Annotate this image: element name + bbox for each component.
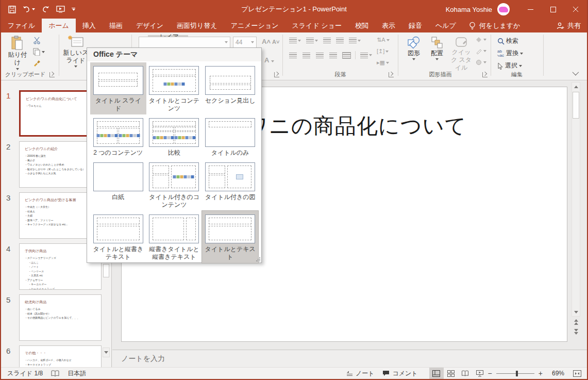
tab-home[interactable]: ホーム bbox=[42, 19, 76, 32]
tell-me-box[interactable]: 何をしますか bbox=[463, 19, 527, 32]
view-reading-icon[interactable] bbox=[458, 368, 473, 379]
zoom-slider[interactable] bbox=[496, 373, 534, 374]
notes-pane[interactable]: ノートを入力 bbox=[112, 350, 587, 367]
line-spacing-icon[interactable] bbox=[348, 37, 362, 44]
undo-dropdown-icon[interactable] bbox=[32, 8, 35, 10]
numbering-icon[interactable] bbox=[305, 37, 319, 44]
view-sorter-icon[interactable] bbox=[444, 368, 458, 379]
tab-draw[interactable]: 描画 bbox=[103, 19, 129, 32]
smartart-convert-icon[interactable]: ▸▦ bbox=[376, 58, 391, 67]
copy-icon[interactable] bbox=[33, 48, 45, 56]
shrink-font-icon[interactable]: A˅ bbox=[272, 39, 279, 45]
format-painter-icon[interactable] bbox=[33, 59, 45, 67]
align-center-icon[interactable] bbox=[301, 52, 311, 59]
proofing-icon[interactable] bbox=[47, 368, 63, 379]
shape-outline-icon[interactable] bbox=[475, 47, 488, 55]
scroll-down-button[interactable] bbox=[572, 308, 580, 316]
layout-option[interactable]: 白紙 bbox=[90, 159, 146, 211]
align-text-icon[interactable]: [↥] bbox=[376, 47, 391, 56]
increase-indent-icon[interactable] bbox=[335, 37, 345, 44]
paste-button[interactable]: 貼り付け bbox=[5, 36, 30, 70]
drawing-dialog-launcher[interactable] bbox=[482, 72, 488, 77]
clipboard-dialog-launcher[interactable] bbox=[49, 72, 55, 77]
quick-styles-button[interactable]: クイック スタイル bbox=[449, 36, 474, 72]
grow-font-icon[interactable]: A˄ bbox=[262, 38, 271, 45]
new-slide-button[interactable]: 新しいスライド bbox=[62, 36, 90, 68]
layout-option[interactable]: 比較 bbox=[146, 114, 203, 159]
tab-transitions[interactable]: 画面切り替え bbox=[170, 19, 224, 32]
tab-design[interactable]: デザイン bbox=[129, 19, 170, 32]
collapse-ribbon-icon[interactable] bbox=[569, 69, 580, 77]
justify-icon[interactable] bbox=[328, 52, 338, 59]
font-size-combo[interactable]: 44 bbox=[233, 37, 257, 48]
previous-slide-button[interactable] bbox=[574, 319, 578, 325]
slide-thumbnail[interactable]: その他・・・・ハンカチ、化粧ポーチ、小物入れなど・キータイストラップ・キーホルダ… bbox=[19, 345, 102, 367]
layout-option[interactable]: セクション見出し bbox=[202, 62, 258, 114]
layout-option[interactable]: タイトルとテキスト bbox=[202, 211, 258, 263]
layout-option[interactable]: タイトル スライド bbox=[90, 62, 146, 114]
columns-icon[interactable] bbox=[359, 52, 373, 59]
shape-effects-icon[interactable] bbox=[475, 58, 488, 67]
view-normal-icon[interactable] bbox=[429, 368, 444, 379]
font-color-icon[interactable]: A bbox=[264, 56, 274, 64]
decrease-indent-icon[interactable] bbox=[322, 37, 332, 44]
bullets-icon[interactable] bbox=[288, 37, 302, 44]
qat-customize-icon[interactable] bbox=[72, 8, 75, 11]
minimize-button[interactable] bbox=[519, 0, 542, 19]
tab-insert[interactable]: 挿入 bbox=[76, 19, 103, 32]
scroll-up-button[interactable] bbox=[572, 82, 580, 91]
maximize-button[interactable] bbox=[542, 0, 564, 19]
language-indicator[interactable]: 日本語 bbox=[63, 368, 90, 379]
tab-help[interactable]: ヘルプ bbox=[429, 19, 463, 32]
cut-icon[interactable] bbox=[33, 37, 45, 44]
slide-counter[interactable]: スライド 1/8 bbox=[1, 368, 47, 379]
tab-view[interactable]: 表示 bbox=[375, 19, 402, 32]
undo-icon[interactable] bbox=[23, 6, 35, 13]
font-dialog-launcher[interactable] bbox=[274, 72, 279, 77]
layout-option[interactable]: タイトル付きのコンテンツ bbox=[146, 159, 203, 211]
font-name-combo[interactable] bbox=[139, 37, 230, 48]
align-left-icon[interactable] bbox=[288, 52, 298, 59]
notes-toggle[interactable]: ノート bbox=[342, 368, 379, 379]
save-icon[interactable] bbox=[8, 6, 16, 13]
zoom-fit-icon[interactable] bbox=[569, 368, 585, 379]
slide-scrollbar[interactable] bbox=[572, 82, 580, 317]
shapes-button[interactable]: 図形 bbox=[402, 36, 425, 60]
zoom-in-button[interactable]: + bbox=[537, 369, 544, 377]
find-button[interactable]: 検索 bbox=[497, 37, 523, 45]
select-button[interactable]: 選択 bbox=[497, 61, 523, 70]
tab-slideshow[interactable]: スライド ショー bbox=[285, 19, 348, 32]
layout-option[interactable]: タイトル付きの図 bbox=[202, 159, 258, 211]
text-direction-icon[interactable]: ⇅A bbox=[376, 36, 391, 44]
thumbnail-scroll-down-button[interactable] bbox=[103, 348, 110, 357]
account-avatar[interactable] bbox=[497, 3, 510, 15]
layout-option[interactable]: タイトルとコンテンツ bbox=[146, 62, 203, 114]
tab-animations[interactable]: アニメーション bbox=[224, 19, 285, 32]
redo-icon[interactable] bbox=[42, 6, 49, 13]
align-right-icon[interactable] bbox=[315, 52, 325, 59]
layout-option[interactable]: 2 つのコンテンツ bbox=[90, 114, 146, 159]
slide-scrollbar-thumb[interactable] bbox=[573, 92, 579, 119]
zoom-out-button[interactable]: − bbox=[487, 369, 493, 377]
dropdown-resize-grip[interactable] bbox=[256, 257, 260, 261]
comments-toggle[interactable]: コメント bbox=[378, 368, 422, 379]
layout-option[interactable]: 縦書きタイトルと縦書きテキスト bbox=[146, 211, 203, 263]
layout-option[interactable]: タイトルのみ bbox=[202, 114, 258, 159]
thumbnail-scrollbar-thumb[interactable] bbox=[103, 264, 109, 277]
arrange-button[interactable]: 配置 bbox=[426, 36, 448, 60]
close-button[interactable] bbox=[564, 0, 587, 19]
tab-review[interactable]: 校閲 bbox=[348, 19, 375, 32]
share-button[interactable]: 共有 bbox=[557, 19, 581, 32]
shape-fill-icon[interactable] bbox=[475, 36, 488, 44]
start-slideshow-icon[interactable] bbox=[56, 6, 65, 13]
slide-thumbnail[interactable]: 幼児向け商品・ぬいぐるみ・絵本（読み聞かせ）・その他新商品にピンクのワニを加えて… bbox=[19, 294, 102, 341]
replace-button[interactable]: ab⤷ac 置換 bbox=[497, 49, 523, 58]
view-slideshow-icon[interactable] bbox=[473, 368, 487, 379]
tab-recording[interactable]: 録音 bbox=[402, 19, 429, 32]
tab-file[interactable]: ファイル bbox=[1, 19, 42, 32]
layout-option[interactable]: タイトルと縦書きテキスト bbox=[90, 211, 146, 263]
notes-placeholder[interactable]: ノートを入力 bbox=[121, 354, 165, 364]
zoom-slider-thumb[interactable] bbox=[516, 371, 518, 376]
distribute-icon[interactable] bbox=[342, 52, 351, 59]
next-slide-button[interactable] bbox=[574, 329, 578, 335]
